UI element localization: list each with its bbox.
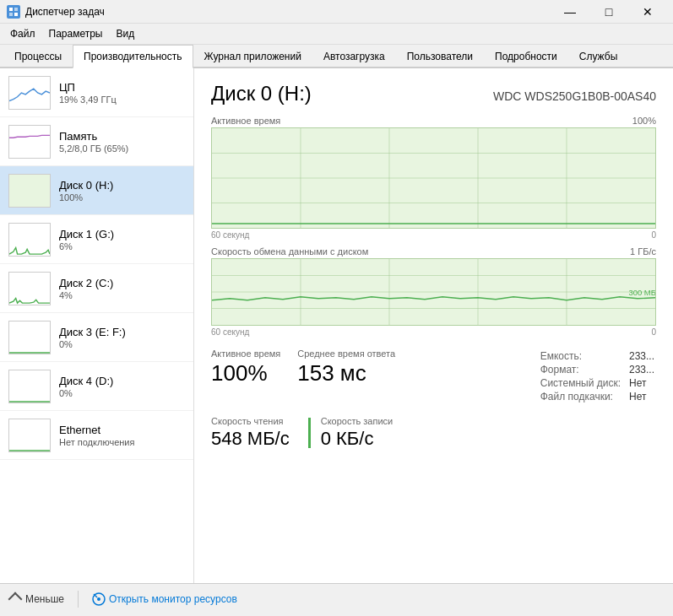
- chart2-max: 1 ГБ/с: [630, 246, 656, 257]
- app-icon: [7, 5, 20, 19]
- tab-processes[interactable]: Процессы: [3, 45, 73, 68]
- speed-row: Скорость чтения 548 МБ/с Скорость записи…: [211, 413, 656, 453]
- write-speed-label: Скорость записи: [321, 416, 393, 426]
- bottom-bar: Меньше Открыть монитор ресурсов: [0, 583, 673, 613]
- avg-response-value: 153 мс: [297, 360, 395, 386]
- active-time-value: 100%: [211, 360, 280, 386]
- detail-title: Диск 0 (H:): [211, 82, 312, 105]
- disk4-subtitle: 0%: [59, 388, 187, 398]
- read-speed-label: Скорость чтения: [211, 416, 290, 426]
- disk1-title: Диск 1 (G:): [59, 228, 187, 240]
- disk2-thumbnail: [8, 272, 51, 305]
- monitor-icon: [92, 592, 106, 606]
- write-speed-value: 0 КБ/с: [321, 428, 393, 450]
- avg-response-label: Среднее время ответа: [297, 349, 395, 359]
- maximize-button[interactable]: □: [590, 3, 627, 21]
- app-title: Диспетчер задач: [25, 6, 105, 18]
- chart2-time-start: 60 секунд: [211, 327, 249, 337]
- sidebar-item-cpu[interactable]: ЦП 19% 3,49 ГГц: [0, 68, 193, 117]
- tab-performance[interactable]: Производительность: [73, 45, 193, 68]
- memory-thumbnail: [8, 125, 51, 159]
- active-time-stat: Активное время 100%: [211, 349, 280, 404]
- disk3-subtitle: 0%: [59, 339, 187, 349]
- read-speed-block: Скорость чтения 548 МБ/с: [211, 413, 298, 453]
- minimize-button[interactable]: —: [551, 3, 589, 21]
- data-speed-chart-section: Скорость обмена данными с диском 1 ГБ/с: [211, 246, 656, 337]
- info-table-container: Емкость: 233... Формат: 233... Системный…: [539, 349, 656, 404]
- svg-rect-0: [9, 8, 13, 11]
- detail-model: WDC WDS250G1B0B-00AS40: [493, 89, 656, 103]
- close-button[interactable]: ✕: [629, 3, 666, 21]
- tab-startup[interactable]: Автозагрузка: [312, 45, 396, 68]
- menu-parameters[interactable]: Параметры: [42, 25, 110, 42]
- cpu-thumbnail: [8, 76, 51, 110]
- format-value: 233...: [629, 364, 654, 376]
- avg-response-stat: Среднее время ответа 153 мс: [297, 349, 395, 404]
- chart1-time-start: 60 секунд: [211, 230, 249, 240]
- chart1-label: Активное время: [211, 116, 280, 126]
- open-monitor-label: Открыть монитор ресурсов: [109, 593, 237, 605]
- system-disk-value: Нет: [629, 377, 654, 389]
- stats-row: Активное время 100% Среднее время ответа…: [211, 349, 656, 404]
- disk2-subtitle: 4%: [59, 290, 187, 300]
- cpu-subtitle: 19% 3,49 ГГц: [59, 95, 187, 105]
- sidebar-item-disk2[interactable]: Диск 2 (C:) 4%: [0, 264, 193, 313]
- active-time-chart: [211, 127, 656, 229]
- tab-details[interactable]: Подробности: [484, 45, 568, 68]
- disk0-subtitle: 100%: [59, 192, 187, 203]
- tab-services[interactable]: Службы: [568, 45, 628, 68]
- disk1-thumbnail: [8, 223, 51, 257]
- menu-file[interactable]: Файл: [3, 25, 42, 42]
- tab-app-history[interactable]: Журнал приложений: [193, 45, 312, 68]
- active-time-chart-section: Активное время 100% 60 секун: [211, 116, 656, 240]
- capacity-label: Емкость:: [540, 350, 627, 362]
- sidebar-item-disk0[interactable]: Диск 0 (H:) 100%: [0, 166, 193, 215]
- sidebar-item-disk4[interactable]: Диск 4 (D:) 0%: [0, 362, 193, 411]
- capacity-value: 233...: [629, 350, 654, 362]
- chevron-up-icon: [8, 592, 23, 606]
- page-file-label: Файл подкачки:: [540, 391, 627, 403]
- cpu-title: ЦП: [59, 81, 187, 94]
- svg-rect-1: [14, 8, 18, 11]
- active-time-label: Активное время: [211, 349, 280, 359]
- title-bar: Диспетчер задач — □ ✕: [0, 0, 673, 24]
- chart2-time-end: 0: [651, 327, 656, 337]
- disk4-thumbnail: [8, 370, 51, 403]
- memory-title: Память: [59, 130, 187, 143]
- sidebar: ЦП 19% 3,49 ГГц Память 5,2/8,0 ГБ (65%): [0, 68, 194, 583]
- sidebar-item-memory[interactable]: Память 5,2/8,0 ГБ (65%): [0, 117, 193, 166]
- system-disk-label: Системный диск:: [540, 377, 627, 389]
- memory-subtitle: 5,2/8,0 ГБ (65%): [59, 143, 187, 154]
- disk4-title: Диск 4 (D:): [59, 375, 187, 387]
- chart2-label: Скорость обмена данными с диском: [211, 246, 368, 257]
- bottom-divider: [78, 591, 79, 608]
- disk2-title: Диск 2 (C:): [59, 277, 187, 289]
- chart1-time-end: 0: [651, 230, 656, 240]
- tab-users[interactable]: Пользователи: [396, 45, 484, 68]
- disk3-title: Диск 3 (E: F:): [59, 326, 187, 338]
- svg-rect-3: [14, 13, 18, 16]
- speed-divider: [308, 418, 311, 448]
- disk0-thumbnail: [8, 174, 51, 208]
- less-button[interactable]: Меньше: [10, 593, 64, 605]
- disk0-title: Диск 0 (H:): [59, 179, 187, 192]
- sidebar-item-disk3[interactable]: Диск 3 (E: F:) 0%: [0, 313, 193, 362]
- open-monitor-button[interactable]: Открыть монитор ресурсов: [92, 592, 237, 606]
- format-label: Формат:: [540, 364, 627, 376]
- tab-bar: Процессы Производительность Журнал прило…: [0, 45, 673, 68]
- detail-panel: Диск 0 (H:) WDC WDS250G1B0B-00AS40 Актив…: [194, 68, 673, 583]
- sidebar-item-disk1[interactable]: Диск 1 (G:) 6%: [0, 215, 193, 264]
- less-label: Меньше: [25, 593, 64, 605]
- ethernet-thumbnail: [8, 419, 51, 452]
- disk1-subtitle: 6%: [59, 241, 187, 251]
- page-file-value: Нет: [629, 391, 654, 403]
- chart1-max: 100%: [632, 116, 656, 126]
- write-speed-block: Скорость записи 0 КБ/с: [321, 413, 401, 453]
- read-speed-value: 548 МБ/с: [211, 428, 290, 450]
- svg-text:300 МБ/с: 300 МБ/с: [629, 289, 656, 297]
- menu-view[interactable]: Вид: [109, 25, 141, 42]
- svg-rect-4: [9, 175, 50, 207]
- sidebar-item-ethernet[interactable]: Ethernet Нет подключения: [0, 411, 193, 460]
- svg-point-24: [97, 597, 100, 601]
- disk3-thumbnail: [8, 321, 51, 354]
